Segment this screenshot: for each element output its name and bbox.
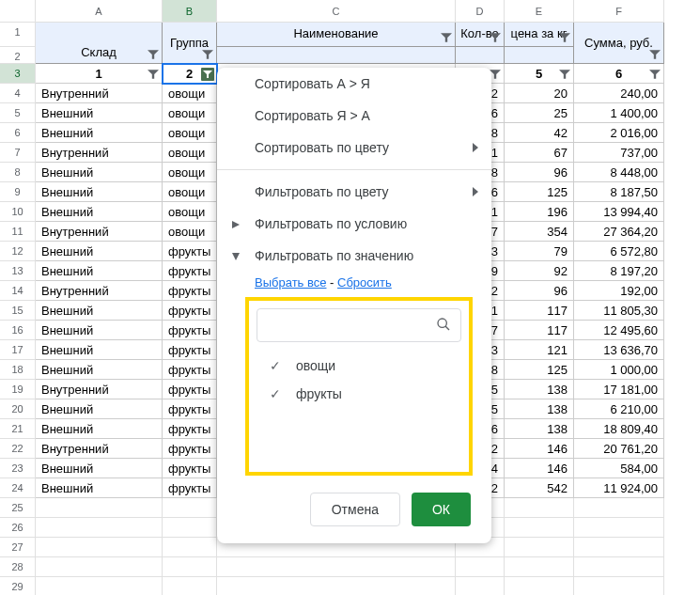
- empty-cell[interactable]: [505, 577, 574, 595]
- empty-cell[interactable]: [36, 538, 163, 557]
- cell-e7[interactable]: 67: [505, 143, 574, 163]
- filter-by-value[interactable]: Фильтровать по значению: [217, 240, 491, 272]
- sort-za[interactable]: Сортировать Я > А: [217, 100, 491, 132]
- cell-f11[interactable]: 27 364,20: [574, 222, 664, 242]
- row-header-11[interactable]: 11: [0, 222, 36, 242]
- filter-icon[interactable]: [648, 48, 661, 61]
- cell-a16[interactable]: Внешний: [36, 321, 163, 340]
- row-header-29[interactable]: 29: [0, 577, 36, 595]
- cell-a14[interactable]: Внутренний: [36, 281, 163, 301]
- cell-f19[interactable]: 17 181,00: [574, 380, 664, 399]
- cell-f15[interactable]: 11 805,30: [574, 301, 664, 321]
- empty-cell[interactable]: [505, 518, 574, 538]
- cell-e9[interactable]: 125: [505, 182, 574, 202]
- cell-a10[interactable]: Внешний: [36, 202, 163, 222]
- cell-a23[interactable]: Внешний: [36, 459, 163, 478]
- row-header-21[interactable]: 21: [0, 419, 36, 439]
- cell-e16[interactable]: 117: [505, 321, 574, 340]
- cell-a19[interactable]: Внутренний: [36, 380, 163, 399]
- cell-f16[interactable]: 12 495,60: [574, 321, 664, 340]
- cell-b5[interactable]: овощи: [163, 103, 217, 123]
- row-header-8[interactable]: 8: [0, 163, 36, 182]
- row-header-2[interactable]: 2: [0, 47, 36, 64]
- cell-a6[interactable]: Внешний: [36, 123, 163, 143]
- cell-e13[interactable]: 92: [505, 261, 574, 281]
- row-header-5[interactable]: 5: [0, 103, 36, 123]
- filter-by-condition[interactable]: Фильтровать по условию: [217, 208, 491, 240]
- row-header-26[interactable]: 26: [0, 518, 36, 538]
- cell-a21[interactable]: Внешний: [36, 419, 163, 439]
- cell-a9[interactable]: Внешний: [36, 182, 163, 202]
- col-header-F[interactable]: F: [574, 0, 664, 23]
- row-header-3[interactable]: 3: [0, 64, 36, 84]
- row-header-27[interactable]: 27: [0, 538, 36, 557]
- cell-b17[interactable]: фрукты: [163, 340, 217, 360]
- empty-cell[interactable]: [574, 557, 664, 577]
- filter-icon[interactable]: [201, 48, 214, 61]
- row-header-14[interactable]: 14: [0, 281, 36, 301]
- filter-icon[interactable]: [558, 31, 571, 44]
- cell-b8[interactable]: овощи: [163, 163, 217, 182]
- cell-a5[interactable]: Внешний: [36, 103, 163, 123]
- cell-a8[interactable]: Внешний: [36, 163, 163, 182]
- cell-a12[interactable]: Внешний: [36, 242, 163, 261]
- cell-a4[interactable]: Внутренний: [36, 84, 163, 103]
- cell-f20[interactable]: 6 210,00: [574, 399, 664, 419]
- cell-b10[interactable]: овощи: [163, 202, 217, 222]
- filter-search[interactable]: [257, 308, 461, 342]
- num-cell-2[interactable]: 2: [163, 64, 217, 84]
- cell-e15[interactable]: 117: [505, 301, 574, 321]
- cell-e8[interactable]: 96: [505, 163, 574, 182]
- row-header-20[interactable]: 20: [0, 399, 36, 419]
- cell-e23[interactable]: 146: [505, 459, 574, 478]
- cell-b14[interactable]: фрукты: [163, 281, 217, 301]
- num-cell-1[interactable]: 1: [36, 64, 163, 84]
- search-input[interactable]: [267, 318, 436, 333]
- col-header-E[interactable]: E: [505, 0, 574, 23]
- empty-cell[interactable]: [36, 557, 163, 577]
- cell-f4[interactable]: 240,00: [574, 84, 664, 103]
- row-header-25[interactable]: 25: [0, 498, 36, 518]
- cell-b12[interactable]: фрукты: [163, 242, 217, 261]
- num-cell-5[interactable]: 5: [505, 64, 574, 84]
- empty-cell[interactable]: [163, 557, 217, 577]
- filter-icon[interactable]: [489, 31, 502, 44]
- cell-f24[interactable]: 11 924,00: [574, 478, 664, 498]
- filter-icon[interactable]: [201, 68, 214, 81]
- empty-cell[interactable]: [505, 498, 574, 518]
- empty-cell[interactable]: [505, 557, 574, 577]
- empty-cell[interactable]: [163, 498, 217, 518]
- cell-f23[interactable]: 584,00: [574, 459, 664, 478]
- row-header-28[interactable]: 28: [0, 557, 36, 577]
- sort-by-color[interactable]: Сортировать по цвету: [217, 132, 491, 164]
- row-header-15[interactable]: 15: [0, 301, 36, 321]
- empty-cell[interactable]: [163, 538, 217, 557]
- cell-f14[interactable]: 192,00: [574, 281, 664, 301]
- cell-b22[interactable]: фрукты: [163, 439, 217, 459]
- filter-value-item[interactable]: ✓овощи: [257, 352, 461, 380]
- cell-e20[interactable]: 138: [505, 399, 574, 419]
- empty-cell[interactable]: [574, 518, 664, 538]
- empty-cell[interactable]: [36, 577, 163, 595]
- cell-a7[interactable]: Внутренний: [36, 143, 163, 163]
- cell-e17[interactable]: 121: [505, 340, 574, 360]
- cell-e22[interactable]: 146: [505, 439, 574, 459]
- row-header-1[interactable]: 1: [0, 23, 36, 47]
- cell-a17[interactable]: Внешний: [36, 340, 163, 360]
- cell-e18[interactable]: 125: [505, 360, 574, 380]
- cell-e24[interactable]: 542: [505, 478, 574, 498]
- empty-cell[interactable]: [574, 538, 664, 557]
- cell-a24[interactable]: Внешний: [36, 478, 163, 498]
- cell-b20[interactable]: фрукты: [163, 399, 217, 419]
- col-header-A[interactable]: A: [36, 0, 163, 23]
- row-header-7[interactable]: 7: [0, 143, 36, 163]
- row-header-9[interactable]: 9: [0, 182, 36, 202]
- empty-cell[interactable]: [163, 518, 217, 538]
- cell-e5[interactable]: 25: [505, 103, 574, 123]
- cell-a11[interactable]: Внутренний: [36, 222, 163, 242]
- row-header-4[interactable]: 4: [0, 84, 36, 103]
- cell-e6[interactable]: 42: [505, 123, 574, 143]
- cell-b15[interactable]: фрукты: [163, 301, 217, 321]
- cell-f22[interactable]: 20 761,20: [574, 439, 664, 459]
- filter-icon[interactable]: [147, 68, 160, 81]
